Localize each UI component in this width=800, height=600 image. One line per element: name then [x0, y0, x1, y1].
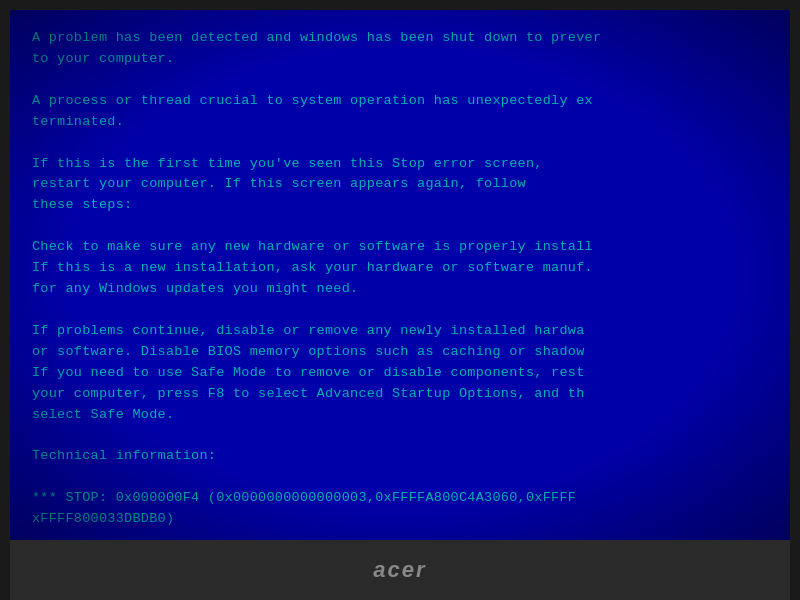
- monitor: A problem has been detected and windows …: [0, 0, 800, 600]
- bsod-text: A problem has been detected and windows …: [32, 28, 768, 540]
- bsod-screen: A problem has been detected and windows …: [10, 10, 790, 540]
- monitor-bottom-bar: acer: [10, 540, 790, 600]
- brand-label: acer: [373, 557, 426, 583]
